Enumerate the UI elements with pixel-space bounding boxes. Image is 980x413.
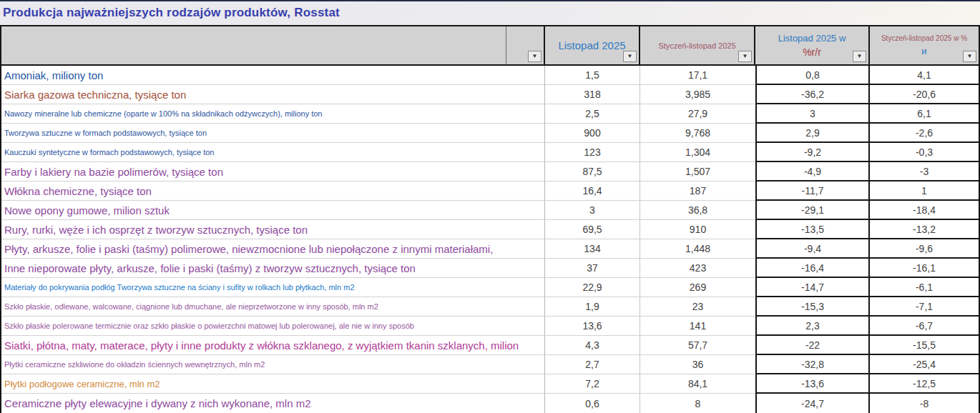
product-label[interactable]: Nowe opony gumowe, milion sztuk <box>1 201 545 220</box>
value-cell[interactable]: -9,2 <box>755 143 870 162</box>
product-label[interactable]: Nawozy mineralne lub chemiczne (oparte w… <box>1 104 545 124</box>
value-cell[interactable]: 36,8 <box>640 201 755 220</box>
value-cell[interactable]: -14,7 <box>755 278 870 297</box>
product-label[interactable]: Płyty, arkusze, folie i paski (taśmy) po… <box>1 239 545 259</box>
value-cell[interactable]: 4,3 <box>545 336 640 355</box>
value-cell[interactable]: 134 <box>545 239 640 259</box>
value-cell[interactable]: 0,6 <box>545 394 640 413</box>
header-listopad-2025-pct[interactable]: Listopad 2025 w %r/r ▼ <box>755 26 870 64</box>
value-cell[interactable]: 36 <box>640 355 755 374</box>
product-label[interactable]: Siarka gazowa techniczna, tysiące ton <box>1 85 545 104</box>
value-cell[interactable]: 2,7 <box>545 355 640 374</box>
value-cell[interactable]: 0,8 <box>755 66 870 85</box>
value-cell[interactable]: 1,304 <box>640 143 755 162</box>
product-label[interactable]: Kauczuki syntetyczne w formach podstawow… <box>1 143 545 162</box>
product-label[interactable]: Szkło płaskie polerowane termicznie oraz… <box>1 317 545 336</box>
value-cell[interactable]: 269 <box>640 278 755 297</box>
value-cell[interactable]: -13,6 <box>755 374 870 394</box>
product-label[interactable]: Inne nieporowate płyty, arkusze, folie i… <box>1 259 545 278</box>
value-cell[interactable]: -6,7 <box>870 317 979 336</box>
value-cell[interactable]: 187 <box>640 181 755 201</box>
value-cell[interactable]: -7,1 <box>870 297 979 317</box>
value-cell[interactable]: 84,1 <box>640 374 755 394</box>
product-label[interactable]: Materiały do pokrywania podłóg Tworzywa … <box>1 278 545 297</box>
value-cell[interactable]: 27,9 <box>640 104 755 124</box>
product-label[interactable]: Płytki podłogowe ceramiczne, mln m2 <box>1 374 545 394</box>
value-cell[interactable]: 318 <box>545 85 640 104</box>
value-cell[interactable]: -22 <box>755 336 870 355</box>
value-cell[interactable]: -8 <box>870 394 979 413</box>
filter-dropdown-icon[interactable]: ▼ <box>623 51 637 62</box>
value-cell[interactable]: 8 <box>640 394 755 413</box>
value-cell[interactable]: 1 <box>870 181 979 201</box>
value-cell[interactable]: 17,1 <box>640 66 755 85</box>
value-cell[interactable]: -6,1 <box>870 278 979 297</box>
value-cell[interactable]: 87,5 <box>545 162 640 181</box>
value-cell[interactable]: 423 <box>640 259 755 278</box>
value-cell[interactable]: 1,9 <box>545 297 640 317</box>
header-listopad-2025[interactable]: Listopad 2025 ▼ <box>545 26 640 64</box>
product-label[interactable]: Ceramiczne płyty elewacyjne i dywany z n… <box>1 394 545 413</box>
value-cell[interactable]: -9,6 <box>870 239 979 259</box>
product-label[interactable]: Płytki ceramiczne szkliwione do okładzin… <box>1 355 545 374</box>
value-cell[interactable]: -36,2 <box>755 85 870 104</box>
value-cell[interactable]: -4,9 <box>755 162 870 181</box>
value-cell[interactable]: 37 <box>545 259 640 278</box>
value-cell[interactable]: 69,5 <box>545 220 640 239</box>
value-cell[interactable]: 7,2 <box>545 374 640 394</box>
value-cell[interactable]: -16,4 <box>755 259 870 278</box>
value-cell[interactable]: -11,7 <box>755 181 870 201</box>
value-cell[interactable]: -13,2 <box>870 220 979 239</box>
table-row: Włókna chemiczne, tysiące ton16,4187-11,… <box>1 181 979 201</box>
product-label[interactable]: Rury, rurki, węże i ich osprzęt z tworzy… <box>1 220 545 239</box>
value-cell[interactable]: -0,3 <box>870 143 979 162</box>
value-cell[interactable]: -29,1 <box>755 201 870 220</box>
value-cell[interactable]: 23 <box>640 297 755 317</box>
product-label[interactable]: Włókna chemiczne, tysiące ton <box>1 181 545 201</box>
value-cell[interactable]: 4,1 <box>870 66 979 85</box>
value-cell[interactable]: 141 <box>640 317 755 336</box>
value-cell[interactable]: 6,1 <box>870 104 979 124</box>
value-cell[interactable]: 3 <box>755 104 870 124</box>
filter-dropdown-icon[interactable]: ▼ <box>528 51 542 62</box>
value-cell[interactable]: 1,5 <box>545 66 640 85</box>
value-cell[interactable]: -18,4 <box>870 201 979 220</box>
value-cell[interactable]: -12,5 <box>870 374 979 394</box>
value-cell[interactable]: 1,448 <box>640 239 755 259</box>
product-label[interactable]: Amoniak, miliony ton <box>1 66 545 85</box>
value-cell[interactable]: 3 <box>545 201 640 220</box>
value-cell[interactable]: -25,4 <box>870 355 979 374</box>
filter-dropdown-icon[interactable]: ▼ <box>853 51 866 62</box>
value-cell[interactable]: 2,3 <box>755 317 870 336</box>
product-label[interactable]: Szkło płaskie, odlewane, walcowane, ciąg… <box>1 297 545 317</box>
value-cell[interactable]: 123 <box>545 143 640 162</box>
value-cell[interactable]: -20,6 <box>870 85 979 104</box>
value-cell[interactable]: 1,507 <box>640 162 755 181</box>
value-cell[interactable]: 2,5 <box>545 104 640 124</box>
header-styczen-listopad-2025-pct[interactable]: Styczeń-listopad 2025 w % и ▼ <box>870 26 979 64</box>
product-label[interactable]: Siatki, płótna, maty, materace, płyty i … <box>1 336 545 355</box>
filter-dropdown-icon[interactable]: ▼ <box>738 51 752 62</box>
value-cell[interactable]: -15,3 <box>755 297 870 317</box>
value-cell[interactable]: -16,1 <box>870 259 979 278</box>
value-cell[interactable]: 2,9 <box>755 124 870 143</box>
value-cell[interactable]: 13,6 <box>545 317 640 336</box>
value-cell[interactable]: 3,985 <box>640 85 755 104</box>
value-cell[interactable]: -13,5 <box>755 220 870 239</box>
value-cell[interactable]: 57,7 <box>640 336 755 355</box>
value-cell[interactable]: -9,4 <box>755 239 870 259</box>
value-cell[interactable]: -3 <box>870 162 979 181</box>
filter-dropdown-icon[interactable]: ▼ <box>963 51 976 62</box>
value-cell[interactable]: -15,5 <box>870 336 979 355</box>
product-label[interactable]: Tworzywa sztuczne w formach podstawowych… <box>1 124 545 143</box>
value-cell[interactable]: -32,8 <box>755 355 870 374</box>
value-cell[interactable]: 22,9 <box>545 278 640 297</box>
value-cell[interactable]: -2,6 <box>870 124 979 143</box>
header-styczen-listopad-2025[interactable]: Styczeń-listopad 2025 ▼ <box>640 26 755 64</box>
value-cell[interactable]: 900 <box>545 124 640 143</box>
value-cell[interactable]: -24,7 <box>755 394 870 413</box>
value-cell[interactable]: 16,4 <box>545 181 640 201</box>
product-label[interactable]: Farby i lakiery na bazie polimerów, tysi… <box>1 162 545 181</box>
value-cell[interactable]: 9,768 <box>640 124 755 143</box>
value-cell[interactable]: 910 <box>640 220 755 239</box>
